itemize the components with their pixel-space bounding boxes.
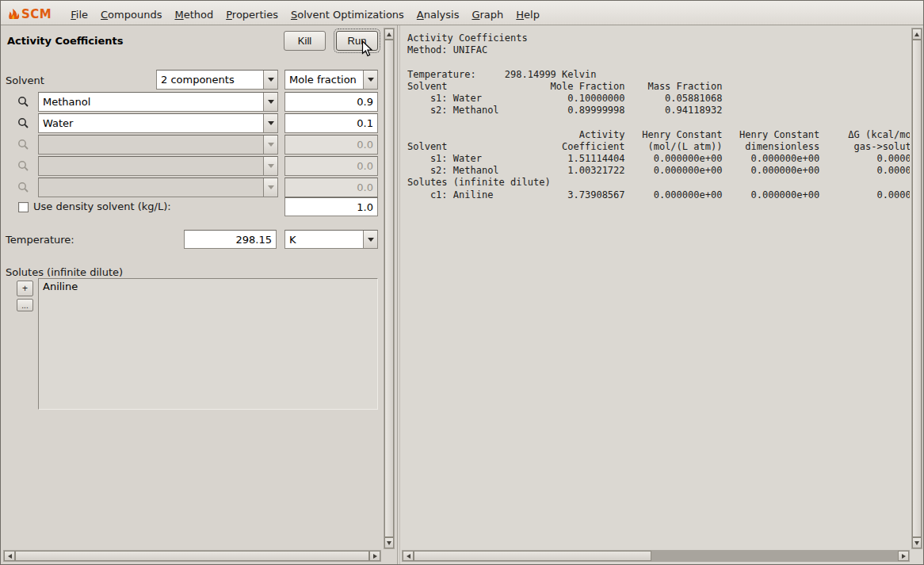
scm-logo-text: SCM (21, 7, 52, 21)
search-compound-icon (16, 158, 30, 173)
output-vertical-scrollbar[interactable] (911, 28, 922, 549)
temperature-label: Temperature: (6, 234, 74, 246)
chevron-down-icon (263, 136, 277, 154)
components-count-select[interactable]: 2 components (156, 70, 278, 90)
scroll-left-icon[interactable] (403, 551, 414, 561)
search-compound-icon (16, 137, 30, 151)
input-panel: Activity Coefficients Kill Run Solvent 2… (1, 25, 398, 564)
solvent-2-fraction-input[interactable] (285, 117, 377, 129)
panel-title: Activity Coefficients (7, 35, 124, 47)
list-item[interactable]: Aniline (39, 279, 377, 294)
scroll-right-icon[interactable] (898, 551, 909, 561)
density-input[interactable] (285, 201, 377, 213)
solvent-1-select[interactable]: Methanol (38, 92, 278, 112)
solvent-5-select (38, 178, 278, 197)
temperature-unit-value: K (285, 231, 363, 248)
fraction-mode-value: Mole fraction (285, 71, 363, 89)
solvent-4-fraction-field (284, 156, 378, 176)
scroll-up-icon[interactable] (384, 29, 394, 40)
temperature-field[interactable] (184, 230, 277, 249)
left-horizontal-scrollbar[interactable] (3, 550, 381, 562)
solvent-3-fraction-field (284, 135, 378, 155)
solutes-list[interactable]: Aniline (38, 278, 378, 410)
scm-flame-icon (7, 8, 21, 21)
output-text: Activity Coefficients Method: UNIFAC Tem… (407, 32, 910, 547)
chevron-down-icon (263, 178, 277, 197)
density-label: Use density solvent (kg/L): (33, 200, 171, 212)
temperature-unit-select[interactable]: K (284, 230, 378, 249)
search-compound-icon[interactable] (16, 116, 30, 130)
output-panel: Activity Coefficients Method: UNIFAC Tem… (400, 25, 923, 564)
menu-graph[interactable]: Graph (465, 6, 510, 23)
solvent-2-fraction-field[interactable] (284, 113, 378, 133)
solvent-5-name (39, 178, 263, 197)
menu-items: File Compounds Method Properties Solvent… (64, 6, 546, 23)
solvent-1-fraction-input[interactable] (285, 96, 377, 108)
browse-solute-button[interactable]: ... (17, 299, 33, 311)
components-count-value: 2 components (157, 71, 263, 89)
density-checkbox[interactable] (18, 202, 29, 212)
solvent-4-select (38, 156, 278, 176)
solvent-3-name (39, 136, 263, 154)
add-solute-button[interactable]: + (17, 281, 33, 296)
solvent-3-fraction-input (285, 139, 377, 151)
chevron-down-icon[interactable] (263, 71, 277, 89)
left-hscroll-thumb[interactable] (15, 551, 369, 561)
menu-properties[interactable]: Properties (220, 6, 284, 23)
chevron-down-icon[interactable] (363, 231, 377, 248)
chevron-down-icon[interactable] (363, 71, 377, 89)
run-button[interactable]: Run (336, 31, 378, 51)
chevron-down-icon[interactable] (263, 114, 277, 132)
output-hscroll-thumb[interactable] (414, 551, 651, 561)
chevron-down-icon[interactable] (263, 93, 277, 111)
solvent-2-select[interactable]: Water (38, 113, 278, 133)
menu-solvent-optimizations[interactable]: Solvent Optimizations (284, 6, 410, 23)
search-compound-icon (16, 180, 30, 194)
solvent-4-fraction-input (285, 160, 377, 172)
output-horizontal-scrollbar[interactable] (402, 550, 910, 562)
left-vertical-scrollbar[interactable] (384, 28, 395, 549)
kill-button[interactable]: Kill (284, 31, 326, 51)
solvent-label: Solvent (6, 74, 44, 86)
solvent-2-name: Water (39, 114, 263, 132)
solutes-label: Solutes (infinite dilute) (6, 266, 123, 278)
chevron-down-icon (263, 157, 277, 175)
scm-menu[interactable]: SCM (7, 7, 52, 21)
menubar: SCM File Compounds Method Properties Sol… (1, 1, 923, 25)
output-hscroll-trough[interactable] (651, 551, 898, 561)
solvent-4-name (39, 157, 263, 175)
solvent-1-fraction-field[interactable] (284, 92, 378, 112)
temperature-input[interactable] (185, 234, 276, 246)
solvent-1-name: Methanol (39, 93, 263, 111)
solvent-3-select (38, 135, 278, 155)
solvent-5-fraction-field (284, 178, 378, 197)
output-vscroll-thumb[interactable] (912, 40, 922, 537)
solvent-5-fraction-input (285, 181, 377, 193)
left-vscroll-thumb[interactable] (384, 40, 394, 537)
scroll-up-icon[interactable] (912, 29, 922, 40)
density-field[interactable] (284, 197, 378, 216)
scroll-down-icon[interactable] (384, 537, 394, 548)
menu-analysis[interactable]: Analysis (410, 6, 466, 23)
menu-compounds[interactable]: Compounds (94, 6, 168, 23)
main-content: Activity Coefficients Kill Run Solvent 2… (1, 25, 923, 564)
scroll-left-icon[interactable] (4, 551, 15, 561)
scroll-down-icon[interactable] (912, 537, 922, 548)
fraction-mode-select[interactable]: Mole fraction (284, 70, 378, 90)
menu-help[interactable]: Help (510, 6, 546, 23)
search-compound-icon[interactable] (16, 94, 30, 109)
scroll-right-icon[interactable] (369, 551, 380, 561)
menu-method[interactable]: Method (168, 6, 220, 23)
menu-file[interactable]: File (64, 6, 94, 23)
scm-activity-coefficients-window: SCM File Compounds Method Properties Sol… (0, 0, 924, 565)
